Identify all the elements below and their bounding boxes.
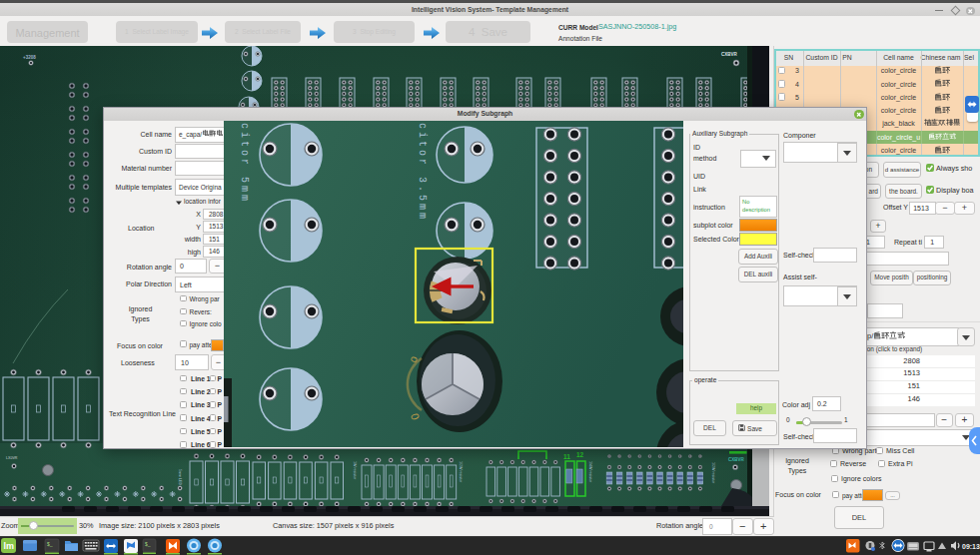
- svg-text:citor 3.5mm: citor 3.5mm: [417, 123, 428, 222]
- svg-text:CXBVR: CXBVR: [728, 457, 745, 462]
- svg-text:09:13: 09:13: [962, 543, 980, 550]
- svg-text:11: 11: [563, 453, 570, 460]
- svg-text:1/2W resistor: 1/2W resistor: [711, 462, 715, 484]
- svg-text:1/4W resistor: 1/4W resistor: [588, 461, 592, 483]
- svg-text:5mm LED: 5mm LED: [178, 469, 182, 485]
- svg-text:1W resistor: 1W resistor: [353, 461, 357, 480]
- svg-text:citor 5mm: citor 5mm: [239, 123, 250, 204]
- svg-text:12: 12: [576, 451, 584, 458]
- svg-text:+3208: +3208: [23, 55, 36, 60]
- svg-text:$_: $_: [47, 541, 53, 547]
- svg-text:lm: lm: [4, 541, 15, 551]
- svg-text:$_: $_: [145, 541, 151, 547]
- svg-text:CXBVR: CXBVR: [721, 52, 738, 57]
- svg-text:LX0VR: LX0VR: [6, 456, 18, 460]
- svg-text:1/2W resistor: 1/2W resistor: [459, 461, 463, 483]
